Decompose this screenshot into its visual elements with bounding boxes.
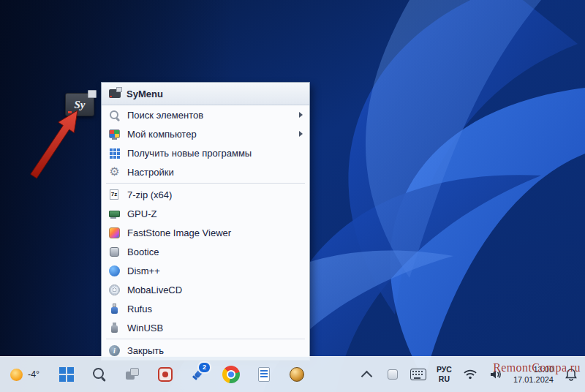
- computer-icon: [108, 128, 121, 140]
- remote-app-button[interactable]: 2: [184, 360, 212, 389]
- notification-badge: 2: [197, 361, 211, 374]
- info-icon: [108, 344, 121, 357]
- touch-keyboard-button[interactable]: [409, 360, 428, 389]
- red-arrow-annotation: [19, 107, 92, 187]
- menu-item-settings[interactable]: Настройки: [102, 162, 309, 181]
- document-app-icon: [255, 366, 273, 383]
- taskbar: -4° 2: [0, 356, 585, 392]
- search-icon: [108, 109, 121, 121]
- menu-item-rufus[interactable]: Rufus: [102, 299, 309, 318]
- windows-logo-icon: [58, 366, 75, 383]
- keyboard-icon: [410, 369, 426, 380]
- gear-icon: [108, 166, 121, 178]
- usb-icon: [108, 303, 121, 315]
- dism-icon: [108, 265, 121, 277]
- language-secondary: RU: [439, 374, 450, 384]
- wifi-icon: [464, 369, 477, 380]
- system-tray: РУС RU 13:00 17.01.2024: [358, 357, 584, 392]
- search-button[interactable]: [86, 360, 113, 389]
- start-button[interactable]: [53, 360, 80, 389]
- menu-item-faststone[interactable]: FastStone Image Viewer: [102, 223, 309, 242]
- image-viewer-icon: [108, 227, 121, 239]
- task-view-button[interactable]: [118, 360, 146, 389]
- cd-icon: [108, 284, 121, 296]
- bell-icon: [565, 368, 578, 381]
- symenu-popup: SyMenu Поиск элементов Мой компьютер Пол…: [101, 82, 310, 361]
- weather-sun-icon: [10, 369, 23, 381]
- chevron-up-icon: [361, 370, 373, 382]
- volume-button[interactable]: [486, 360, 505, 389]
- weather-temperature: -4°: [28, 369, 39, 380]
- network-button[interactable]: [461, 360, 480, 389]
- menu-separator: [106, 339, 305, 339]
- apps-grid-icon: [108, 147, 121, 159]
- usb-drive-icon: [108, 322, 121, 334]
- archive-icon: [108, 189, 121, 201]
- menu-header: SyMenu: [102, 83, 309, 105]
- menu-item-get-new-programs[interactable]: Получить новые программы: [102, 143, 309, 162]
- menu-item-7zip[interactable]: 7-zip (x64): [102, 185, 309, 204]
- speaker-icon: [489, 369, 502, 380]
- clock[interactable]: 13:00 17.01.2024: [512, 364, 555, 385]
- menu-item-search-elements[interactable]: Поиск элементов: [102, 105, 309, 124]
- menu-item-bootice[interactable]: Bootice: [102, 242, 309, 261]
- menu-title: SyMenu: [127, 88, 163, 99]
- tray-app-button[interactable]: [383, 360, 402, 389]
- menu-item-gpuz[interactable]: GPU-Z: [102, 204, 309, 223]
- time: 13:00: [533, 364, 554, 374]
- show-hidden-icons-button[interactable]: [358, 360, 377, 389]
- tray-app-icon: [386, 368, 399, 381]
- menu-item-my-computer[interactable]: Мой компьютер: [102, 124, 309, 143]
- menu-item-dism[interactable]: Dism++: [102, 261, 309, 280]
- language-primary: РУС: [437, 365, 452, 374]
- submenu-arrow-icon: [299, 131, 303, 137]
- chrome-icon: [222, 366, 240, 383]
- menu-separator: [106, 183, 305, 184]
- notifications-button[interactable]: [562, 360, 581, 389]
- symenu-logo-icon: [109, 89, 121, 98]
- language-indicator[interactable]: РУС RU: [434, 365, 454, 384]
- gold-app-icon: [288, 366, 306, 383]
- chrome-button[interactable]: [217, 360, 245, 389]
- gpu-icon: [108, 208, 121, 220]
- recorder-app-button[interactable]: [151, 360, 179, 389]
- task-view-icon: [124, 366, 141, 383]
- weather-widget[interactable]: -4°: [6, 357, 44, 392]
- menu-item-mobalivecd[interactable]: MobaLiveCD: [102, 280, 309, 299]
- desktop: Sy SyMenu Поиск элементов Мой компьютер …: [0, 0, 585, 392]
- date: 17.01.2024: [513, 374, 554, 385]
- bootice-icon: [108, 246, 121, 258]
- recorder-app-icon: [156, 366, 174, 383]
- taskbar-app-icons: 2: [53, 357, 311, 392]
- document-app-button[interactable]: [250, 360, 278, 389]
- search-icon: [91, 366, 108, 383]
- gold-app-button[interactable]: [283, 360, 311, 389]
- menu-item-winusb[interactable]: WinUSB: [102, 318, 309, 337]
- submenu-arrow-icon: [299, 112, 303, 118]
